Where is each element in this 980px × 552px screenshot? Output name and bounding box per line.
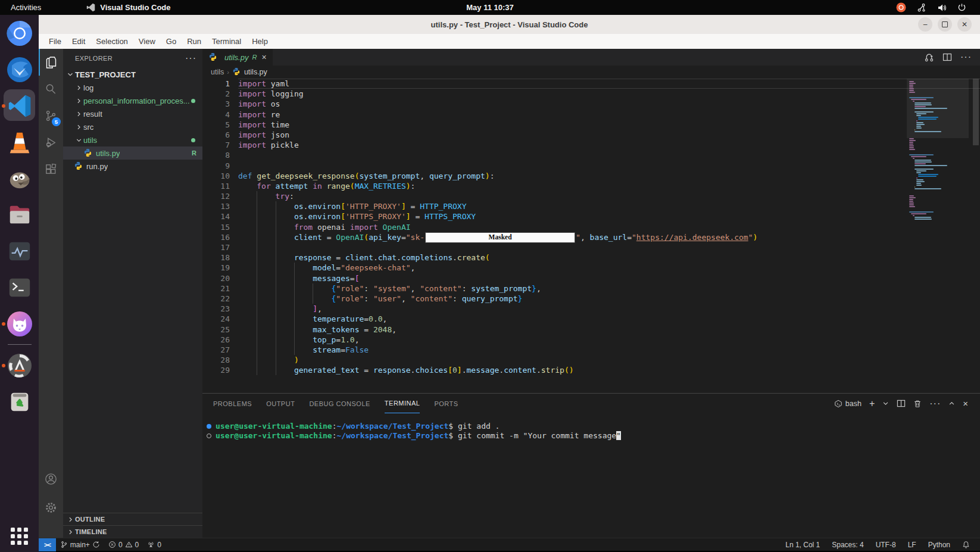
code-line[interactable]: 16client = OpenAI(api_key="sk-Masked", b… [202, 232, 980, 242]
code-line[interactable]: 21{"role": "system", "content": system_p… [202, 283, 980, 294]
breadcrumb[interactable]: utils › utils.py [202, 66, 980, 79]
code-line[interactable]: 8 [202, 150, 980, 160]
code-line[interactable]: 22{"role": "user", "content": query_prom… [202, 294, 980, 304]
code-line[interactable]: 29generated_text = response.choices[0].m… [202, 365, 980, 375]
settings-button[interactable] [39, 494, 63, 521]
tree-item-utils[interactable]: utils [63, 133, 202, 146]
code-line[interactable]: 27stream=False [202, 345, 980, 355]
code-line[interactable]: 25max_tokens = 2048, [202, 325, 980, 335]
dock-item-system-monitor[interactable] [0, 233, 39, 269]
extensions-activity-button[interactable] [39, 156, 63, 183]
code-editor[interactable]: 1import yaml2import logging3import os4im… [202, 79, 980, 393]
dock-item-trash[interactable] [0, 383, 39, 420]
breadcrumb-file[interactable]: utils.py [244, 68, 267, 76]
terminal-instance[interactable]: bash [834, 400, 862, 408]
eol-item[interactable]: LF [904, 538, 920, 551]
project-root-folder[interactable]: TEST_PROJECT [63, 68, 202, 81]
explorer-more-actions[interactable]: ··· [185, 53, 196, 64]
kill-terminal-icon[interactable] [913, 400, 922, 408]
terminal-output[interactable]: user@user-virtual-machine:~/workspace/Te… [202, 413, 980, 538]
code-line[interactable]: 18response = client.chat.completions.cre… [202, 252, 980, 263]
code-line[interactable]: 4import re [202, 110, 980, 120]
code-line[interactable]: 14os.environ['HTTPS_PROXY'] = HTTPS_PROX… [202, 211, 980, 222]
code-line[interactable]: 15from openai import OpenAI [202, 222, 980, 232]
panel-tab-output[interactable]: OUTPUT [266, 394, 295, 413]
code-line[interactable]: 23], [202, 304, 980, 314]
encoding-item[interactable]: UTF-8 [872, 538, 900, 551]
section-outline[interactable]: OUTLINE [63, 513, 202, 525]
activities-button[interactable]: Activities [11, 3, 41, 12]
section-timeline[interactable]: TIMELINE [63, 525, 202, 538]
code-line[interactable]: 7import pickle [202, 140, 980, 150]
explorer-activity-button[interactable] [39, 49, 63, 76]
close-panel-icon[interactable]: × [963, 398, 968, 408]
split-terminal-icon[interactable] [897, 399, 906, 408]
code-line[interactable]: 19model="deepseek-chat", [202, 263, 980, 273]
menu-run[interactable]: Run [182, 35, 207, 48]
menu-edit[interactable]: Edit [67, 35, 90, 48]
clock[interactable]: May 11 10:37 [466, 3, 514, 12]
panel-tab-debug-console[interactable]: DEBUG CONSOLE [309, 394, 370, 413]
close-button[interactable]: ✕ [957, 17, 972, 32]
dock-item-vlc[interactable] [0, 124, 39, 160]
menu-go[interactable]: Go [161, 35, 182, 48]
tab-utils-py[interactable]: utils.py R × [202, 49, 273, 66]
vpn-tray-icon[interactable] [916, 2, 926, 13]
scrollbar-slider[interactable] [973, 79, 979, 145]
minimize-button[interactable]: – [918, 17, 932, 32]
indentation-item[interactable]: Spaces: 4 [828, 538, 867, 551]
dock-item-gimp[interactable] [0, 160, 39, 197]
code-line[interactable]: 28) [202, 355, 980, 365]
editor-scrollbar[interactable] [972, 79, 980, 393]
dock-item-vscode[interactable] [0, 88, 39, 124]
minimap[interactable] [907, 79, 969, 393]
code-line[interactable]: 2import logging [202, 89, 980, 99]
code-line[interactable]: 1import yaml [202, 79, 980, 89]
account-button[interactable] [39, 466, 63, 492]
window-title-bar[interactable]: utils.py - Test_Project - Visual Studio … [39, 15, 980, 34]
tree-item-src[interactable]: src [63, 120, 202, 133]
split-editor-icon[interactable] [942, 52, 952, 62]
code-line[interactable]: 3import os [202, 99, 980, 109]
tree-item-personal-information-proces-[interactable]: personal_information_proces... [63, 94, 202, 107]
new-terminal-icon[interactable]: + [869, 398, 875, 409]
menu-file[interactable]: File [43, 35, 67, 48]
git-branch-item[interactable]: main+ [56, 538, 104, 551]
tree-item-log[interactable]: log [63, 81, 202, 94]
notifications-bell[interactable] [958, 538, 974, 551]
code-line[interactable]: 13os.environ['HTTP_PROXY'] = HTTP_PROXY [202, 201, 980, 211]
more-actions-icon[interactable]: ··· [960, 52, 972, 63]
show-applications-button[interactable] [0, 528, 39, 545]
dock-item-thunderbird[interactable] [0, 51, 39, 88]
panel-tab-terminal[interactable]: TERMINAL [385, 394, 420, 413]
code-line[interactable]: 26top_p=1.0, [202, 335, 980, 345]
run-debug-activity-button[interactable] [39, 129, 63, 156]
code-line[interactable]: 20messages=[ [202, 273, 980, 283]
problems-item[interactable]: 0 0 [104, 538, 143, 551]
menu-selection[interactable]: Selection [90, 35, 133, 48]
source-control-activity-button[interactable]: 5 [39, 102, 63, 129]
menu-view[interactable]: View [133, 35, 161, 48]
code-line[interactable]: 5import time [202, 120, 980, 130]
panel-tab-ports[interactable]: PORTS [434, 394, 458, 413]
tab-close-icon[interactable]: × [261, 52, 266, 62]
dock-item-chromium[interactable] [0, 15, 39, 51]
code-line[interactable]: 6import json [202, 130, 980, 140]
code-line[interactable]: 24temperature=0.0, [202, 314, 980, 324]
breadcrumb-folder[interactable]: utils [211, 68, 224, 76]
dock-item-terminal[interactable] [0, 269, 39, 305]
dock-item-cat-app[interactable] [0, 305, 39, 342]
run-or-debug-icon[interactable] [924, 52, 934, 63]
power-icon[interactable] [957, 2, 967, 13]
code-line[interactable]: 12try: [202, 191, 980, 201]
panel-more-icon[interactable]: ··· [929, 398, 941, 409]
search-activity-button[interactable] [39, 76, 63, 102]
terminal-dropdown-icon[interactable] [882, 400, 889, 407]
code-line[interactable]: 9 [202, 161, 980, 171]
remote-indicator[interactable]: >< [39, 538, 56, 551]
dock-item-files[interactable] [0, 197, 39, 233]
maximize-panel-icon[interactable] [948, 400, 955, 407]
cursor-position-item[interactable]: Ln 1, Col 1 [781, 538, 824, 551]
restore-button[interactable] [938, 17, 952, 32]
dock-item-letter-a-app[interactable] [0, 347, 39, 383]
